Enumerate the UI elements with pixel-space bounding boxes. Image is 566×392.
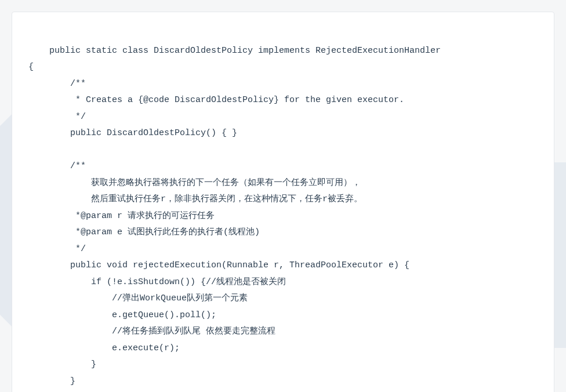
code-content: public static class DiscardOldestPolicy … xyxy=(28,26,538,392)
code-block-container: public static class DiscardOldestPolicy … xyxy=(12,12,554,392)
java-code: public static class DiscardOldestPolicy … xyxy=(28,46,441,393)
